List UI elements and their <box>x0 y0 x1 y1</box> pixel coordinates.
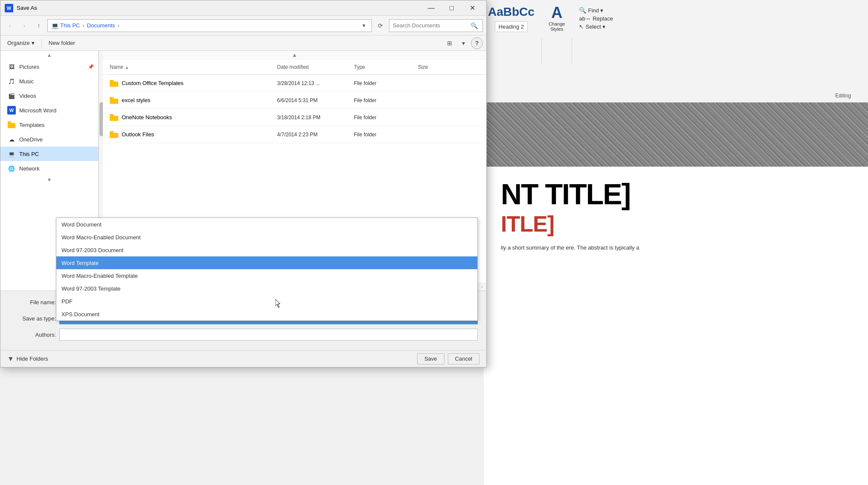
view-button[interactable]: ⊞ <box>444 38 456 49</box>
ribbon-find: 🔍 Find ▾ <box>579 7 613 14</box>
hscroll-right-btn[interactable]: › <box>478 285 486 289</box>
doc-title-1: NT TITLE] <box>501 179 851 209</box>
dropdown-option-xps[interactable]: XPS Document <box>56 308 477 320</box>
column-type[interactable]: Type <box>354 64 418 70</box>
folder-icon <box>110 96 118 105</box>
sidebar-label-this-pc: This PC <box>19 151 39 157</box>
dialog-action-buttons: Save Cancel <box>417 353 479 364</box>
breadcrumb-this-pc[interactable]: This PC <box>60 22 80 29</box>
toolbar-separator <box>41 39 42 47</box>
view-dropdown-button[interactable]: ▾ <box>457 38 469 49</box>
sidebar-item-onedrive[interactable]: ☁ OneDrive <box>0 132 98 147</box>
file-list-header: Name ▲ Date modified Type Size <box>103 59 486 75</box>
word-sidebar-icon: W <box>7 106 16 115</box>
dropdown-option-word-97-2003-template[interactable]: Word 97-2003 Template <box>56 282 477 295</box>
close-button[interactable]: ✕ <box>462 2 482 15</box>
refresh-button[interactable]: ⟳ <box>374 20 386 32</box>
dropdown-option-word-97-2003[interactable]: Word 97-2003 Document <box>56 244 477 256</box>
folder-icon <box>110 113 118 122</box>
file-name-cell: OneNote Notebooks <box>106 113 277 122</box>
column-name[interactable]: Name ▲ <box>106 64 277 70</box>
authors-input[interactable] <box>59 329 478 341</box>
window-controls: — □ ✕ <box>421 2 482 15</box>
ribbon-heading: Heading 2 <box>495 21 528 32</box>
svg-rect-7 <box>110 114 114 116</box>
address-bar: ‹ › ↑ 💻 This PC › Documents › ▾ ⟳ 🔍 <box>0 16 486 35</box>
column-size[interactable]: Size <box>418 64 483 70</box>
breadcrumb-dropdown[interactable]: ▾ <box>359 20 368 32</box>
sidebar-scroll-up[interactable]: ▲ <box>0 51 98 59</box>
file-type: File folder <box>354 97 418 103</box>
sidebar-label-onedrive: OneDrive <box>19 136 43 143</box>
sidebar-item-videos[interactable]: 🎬 Videos <box>0 88 98 103</box>
file-name-cell: excel styles <box>106 96 277 105</box>
file-name-cell: Custom Office Templates <box>106 79 277 88</box>
table-row[interactable]: Custom Office Templates 3/28/2014 12:13 … <box>103 75 486 92</box>
form-section: File name: ▾ Save as type: Word Document… <box>0 291 486 350</box>
search-box: 🔍 <box>389 19 483 32</box>
breadcrumb-documents[interactable]: Documents <box>87 22 115 29</box>
file-type: File folder <box>354 132 418 138</box>
sidebar-item-this-pc[interactable]: 💻 This PC <box>0 147 98 161</box>
sidebar-item-music[interactable]: 🎵 Music <box>0 74 98 88</box>
dropdown-option-pdf[interactable]: PDF <box>56 295 477 308</box>
templates-icon <box>7 121 16 129</box>
new-folder-button[interactable]: New folder <box>45 38 79 49</box>
sidebar-label-music: Music <box>19 78 34 85</box>
videos-icon: 🎬 <box>7 91 16 100</box>
file-type: File folder <box>354 80 418 86</box>
svg-rect-5 <box>110 97 114 99</box>
search-input[interactable] <box>393 22 467 29</box>
sidebar-scroll-down[interactable]: ▼ <box>0 176 98 184</box>
table-row[interactable]: Outlook Files 4/7/2014 2:23 PM File fold… <box>103 126 486 143</box>
save-button[interactable]: Save <box>417 353 444 364</box>
authors-label: Authors: <box>9 332 56 338</box>
sidebar-item-templates[interactable]: Templates <box>0 118 98 132</box>
sidebar-item-microsoft-word[interactable]: W Microsoft Word <box>0 103 98 118</box>
search-button[interactable]: 🔍 <box>469 21 479 31</box>
svg-rect-8 <box>110 133 118 138</box>
file-date: 6/6/2014 5:31 PM <box>277 97 354 103</box>
table-row[interactable]: OneNote Notebooks 3/18/2014 2:18 PM File… <box>103 109 486 126</box>
dropdown-option-macro-enabled[interactable]: Word Macro-Enabled Document <box>56 231 477 244</box>
help-button[interactable]: ? <box>471 37 483 49</box>
hide-folders-button[interactable]: ▼ Hide Folders <box>7 355 48 363</box>
sidebar-item-pictures[interactable]: 🖼 Pictures 📌 <box>0 59 98 74</box>
svg-rect-9 <box>110 131 114 133</box>
sidebar-label-network: Network <box>19 165 40 172</box>
ribbon-editing: Editing <box>835 93 851 99</box>
file-name: Outlook Files <box>122 131 154 138</box>
word-content: NT TITLE] ITLE] lly a short summary of t… <box>484 167 868 485</box>
sidebar-item-network[interactable]: 🌐 Network <box>0 161 98 176</box>
column-date-modified[interactable]: Date modified <box>277 64 354 70</box>
dropdown-option-word-document[interactable]: Word Document <box>56 218 477 231</box>
file-list-scroll-up[interactable]: ▲ <box>103 51 486 59</box>
back-button[interactable]: ‹ <box>4 20 16 32</box>
ribbon-select: ↖ Select ▾ <box>579 24 613 30</box>
toolbar: Organize ▾ New folder ⊞ ▾ ? <box>0 35 486 51</box>
file-name: OneNote Notebooks <box>122 114 172 121</box>
forward-button[interactable]: › <box>18 20 30 32</box>
table-row[interactable]: excel styles 6/6/2014 5:31 PM File folde… <box>103 92 486 109</box>
ribbon-style-icon: A <box>551 5 562 21</box>
file-date: 3/28/2014 12:13 ... <box>277 80 354 86</box>
dropdown-option-macro-enabled-template[interactable]: Word Macro-Enabled Template <box>56 269 477 282</box>
breadcrumb-pc-icon: 💻 <box>51 22 58 29</box>
sidebar-label-videos: Videos <box>19 93 36 99</box>
word-ribbon: AaBbCc Heading 2 A Change Styles 🔍 Find … <box>484 0 868 103</box>
dropdown-option-word-template[interactable]: Word Template <box>56 256 477 269</box>
doc-body-text: lly a short summary of the ere. The abst… <box>501 244 851 253</box>
folder-icon <box>110 130 118 139</box>
maximize-button[interactable]: □ <box>442 2 462 15</box>
title-bar: W Save As — □ ✕ <box>0 0 486 16</box>
cancel-button[interactable]: Cancel <box>448 353 479 364</box>
word-icon: W <box>5 4 13 12</box>
ribbon-change: Change Styles <box>549 21 565 32</box>
svg-rect-0 <box>8 123 15 128</box>
organize-button[interactable]: Organize ▾ <box>4 38 38 49</box>
file-name-label: File name: <box>9 299 56 306</box>
file-type: File folder <box>354 115 418 121</box>
minimize-button[interactable]: — <box>421 2 441 15</box>
pin-icon-pictures: 📌 <box>88 64 94 70</box>
up-button[interactable]: ↑ <box>33 20 45 32</box>
